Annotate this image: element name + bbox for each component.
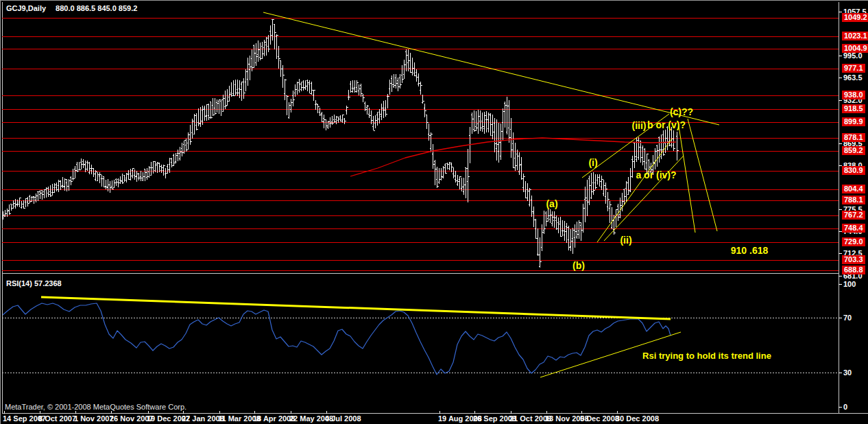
date-axis-label: 4 Jul 2008: [325, 414, 361, 423]
wave-label-b[interactable]: (b): [572, 260, 585, 271]
wave-label-c[interactable]: (c)??: [670, 106, 693, 117]
copyright-label: MetaTrader, © 2001-2008 MetaQuotes Softw…: [5, 403, 186, 411]
price-level-badge: 1023.1: [842, 32, 868, 40]
price-level-badge: 830.9: [842, 166, 865, 175]
price-level-badge: 788.1: [842, 196, 865, 204]
date-axis-label: 8 Oct 2007: [38, 414, 76, 423]
wave-label-a-or-iv[interactable]: a or (iv)?: [636, 169, 676, 180]
date-axis-label: 30 Dec 2008: [616, 414, 659, 423]
wave-label-iii[interactable]: (iii): [632, 120, 647, 131]
rsi-axis-label: 0: [843, 403, 847, 411]
ohlc-quote-label: 880.0 886.5 845.0 859.2: [56, 4, 137, 12]
date-axis-label: 5 Dec 2008: [580, 414, 619, 423]
rsi-axis-label: 30: [843, 368, 852, 377]
price-level-badge: 938.0: [842, 91, 865, 99]
price-level-badge: 767.2: [842, 211, 865, 220]
rsi-axis-label: 70: [843, 314, 852, 322]
price-level-badge: 859.2: [842, 146, 865, 155]
price-level-badge: 688.8: [842, 266, 865, 274]
wave-label-a[interactable]: (a): [546, 198, 557, 209]
price-level-badge: 804.4: [842, 185, 865, 193]
wave-label-910-618[interactable]: 910 .618: [731, 245, 769, 256]
price-level-badge: 899.9: [842, 117, 865, 126]
chart-title: GCJ9,Daily880.0 886.5 845.0 859.2: [6, 4, 137, 12]
price-level-badge: 878.1: [842, 133, 865, 142]
rsi-indicator-label: RSI(14) 57.2368: [6, 279, 62, 287]
symbol-period-label: GCJ9,Daily: [6, 4, 46, 12]
price-level-badge: 729.0: [842, 237, 865, 246]
wave-label-b-or-v[interactable]: b or (v)?: [647, 119, 686, 130]
price-axis-label: 963.5: [843, 73, 863, 82]
labels-overlay: 1057.5995.0963.5932.0869.5838.0775.5744.…: [1, 1, 868, 424]
rsi-axis-label: 100: [843, 280, 856, 288]
wave-label-ii[interactable]: (ii): [620, 235, 631, 246]
price-level-badge: 918.5: [842, 104, 865, 113]
date-axis-label: 1 Nov 2007: [74, 414, 113, 423]
price-level-badge: 1049.2: [842, 13, 868, 22]
price-level-badge: 703.3: [842, 255, 865, 264]
price-level-badge: 1004.9: [842, 44, 868, 53]
metatrader-chart-window: 1057.5995.0963.5932.0869.5838.0775.5744.…: [0, 0, 868, 424]
rsi-note-text[interactable]: Rsi trying to hold its trend line: [642, 351, 771, 361]
price-level-badge: 748.4: [842, 224, 865, 233]
wave-label-i[interactable]: (i): [588, 157, 597, 168]
price-level-badge: 977.1: [842, 64, 865, 73]
